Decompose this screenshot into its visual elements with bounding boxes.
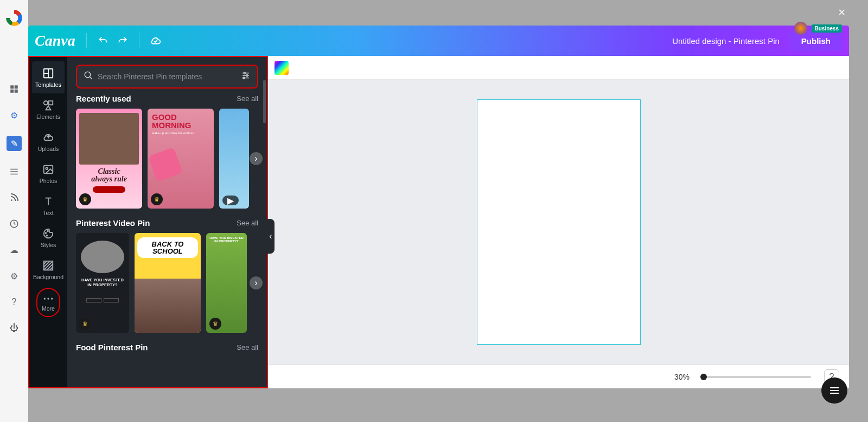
see-all-link[interactable]: See all: [237, 95, 258, 103]
svg-point-7: [11, 199, 12, 201]
scrollbar-horizontal[interactable]: [268, 357, 849, 364]
app-logo-icon: [6, 10, 22, 26]
next-arrow-icon[interactable]: ›: [250, 276, 263, 289]
help-icon[interactable]: ?: [9, 297, 20, 307]
history-icon[interactable]: [9, 218, 20, 229]
more-icon: [42, 293, 55, 304]
cloud-sync-icon[interactable]: [146, 31, 165, 51]
sidebar-item-label: Templates: [35, 81, 61, 88]
search-input[interactable]: [98, 72, 241, 81]
filter-icon[interactable]: [241, 71, 251, 83]
gear-icon[interactable]: ⚙: [9, 110, 20, 121]
styles-icon: [42, 227, 55, 240]
svg-point-27: [47, 298, 49, 299]
sidebar-item-templates[interactable]: Templates: [32, 61, 65, 93]
svg-point-28: [51, 298, 53, 299]
canvas-toolbar: [268, 56, 849, 80]
svg-rect-3: [15, 90, 18, 93]
divider: [139, 33, 139, 48]
template-card[interactable]: HAVE YOU INVESTED IN PROPERTY? ♛: [206, 233, 247, 333]
templates-icon: [42, 67, 55, 80]
zoom-thumb[interactable]: [700, 374, 707, 380]
sidebar-item-elements[interactable]: Elements: [32, 93, 65, 125]
sidebar-item-background[interactable]: Background: [32, 254, 65, 286]
grid-icon[interactable]: [9, 84, 20, 95]
undo-button[interactable]: [93, 31, 113, 51]
section-recently-used: Recently used See all Classic always rul…: [76, 94, 258, 209]
canvas-page[interactable]: [477, 99, 641, 345]
sidebar-item-more[interactable]: More: [36, 288, 60, 317]
sidebar-item-label: Elements: [36, 114, 60, 120]
side-toolbar: Templates Elements Uploads Photos Text S…: [28, 56, 67, 388]
sidebar-item-label: Text: [43, 210, 53, 216]
svg-point-14: [46, 167, 48, 169]
sidebar-item-styles[interactable]: Styles: [32, 222, 65, 254]
template-card[interactable]: ▶: [219, 109, 249, 209]
svg-point-19: [46, 235, 47, 236]
see-all-link[interactable]: See all: [237, 219, 258, 227]
photos-icon: [42, 163, 55, 176]
next-arrow-icon[interactable]: ›: [250, 152, 263, 165]
svg-point-18: [47, 231, 48, 232]
see-all-link[interactable]: See all: [237, 343, 258, 351]
sidebar-item-text[interactable]: Text: [32, 190, 65, 222]
crown-icon: ♛: [209, 318, 221, 330]
svg-rect-12: [49, 101, 53, 105]
sidebar-item-label: Background: [33, 274, 63, 280]
cloud-icon[interactable]: ☁: [9, 244, 20, 255]
redo-button[interactable]: [113, 31, 132, 51]
sidebar-item-photos[interactable]: Photos: [32, 158, 65, 190]
uploads-icon: [42, 131, 55, 144]
svg-point-34: [246, 75, 248, 77]
crown-icon: ♛: [79, 193, 91, 205]
fab-menu-button[interactable]: [821, 377, 847, 404]
sidebar-item-label: Photos: [40, 178, 58, 184]
elements-icon: [42, 99, 55, 112]
template-card[interactable]: BACK TO SCHOOL: [135, 233, 201, 333]
svg-line-30: [90, 77, 92, 79]
design-title[interactable]: Untitled design - Pinterest Pin: [672, 36, 780, 46]
power-icon[interactable]: ⏻: [9, 323, 20, 333]
list-icon[interactable]: [9, 166, 20, 177]
template-card[interactable]: HAVE YOU INVESTED IN PROPERTY? ♛: [76, 233, 129, 333]
rss-icon[interactable]: [9, 192, 20, 203]
settings-icon[interactable]: ⚙: [9, 270, 20, 281]
outer-sidebar: ⚙ ✎ ☁ ⚙ ? ⏻: [0, 0, 28, 422]
collapse-panel-button[interactable]: ‹: [267, 219, 275, 254]
svg-point-29: [85, 72, 91, 78]
crown-icon: ♛: [151, 193, 163, 205]
canva-logo[interactable]: Canva: [35, 32, 75, 49]
sidebar-item-uploads[interactable]: Uploads: [32, 125, 65, 158]
svg-point-36: [243, 77, 245, 79]
avatar[interactable]: [794, 22, 807, 35]
svg-line-24: [47, 264, 53, 270]
section-food-pin: Food Pinterest Pin See all: [76, 343, 258, 352]
section-title: Food Pinterest Pin: [76, 343, 148, 352]
canvas-viewport[interactable]: [268, 80, 849, 364]
crown-icon: ♛: [79, 318, 91, 330]
business-badge: Business: [812, 24, 842, 33]
svg-rect-0: [10, 85, 14, 89]
text-icon: [42, 195, 55, 208]
panel-scrollbar[interactable]: [263, 80, 266, 123]
search-box[interactable]: [76, 65, 258, 89]
editor-window: Canva Untitled design - Pinterest Pin Pu…: [28, 26, 849, 388]
close-icon[interactable]: ×: [838, 5, 845, 20]
svg-point-11: [44, 101, 48, 105]
svg-rect-2: [10, 90, 14, 93]
play-icon: ▶: [222, 196, 239, 205]
svg-rect-1: [15, 85, 18, 89]
scrollbar-vertical[interactable]: [841, 80, 849, 357]
svg-line-22: [44, 261, 50, 267]
templates-panel: Recently used See all Classic always rul…: [67, 56, 268, 388]
sidebar-item-label: More: [42, 305, 55, 312]
divider: [86, 33, 87, 48]
section-title: Pinterest Video Pin: [76, 218, 150, 228]
svg-point-26: [44, 298, 46, 299]
zoom-slider[interactable]: [703, 376, 811, 378]
edit-icon[interactable]: ✎: [7, 136, 22, 151]
search-icon: [84, 71, 93, 83]
template-card[interactable]: GOOD MORNING wake up and time for workou…: [148, 109, 214, 209]
color-picker-button[interactable]: [275, 61, 289, 75]
template-card[interactable]: Classic always rule ♛: [76, 109, 142, 209]
